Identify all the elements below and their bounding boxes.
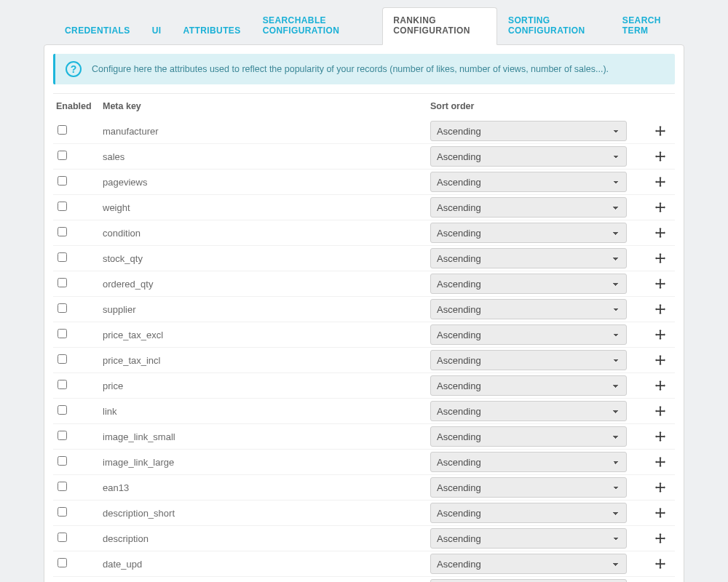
sort-order-select[interactable]: Ascending (430, 503, 627, 523)
sort-order-select[interactable]: Ascending (430, 375, 627, 396)
meta-key-label: description (103, 533, 430, 544)
drag-handle[interactable] (649, 508, 672, 518)
sort-order-select[interactable]: Ascending (430, 528, 627, 549)
drag-handle[interactable] (649, 482, 672, 493)
sort-order-select[interactable]: Ascending (430, 426, 627, 447)
sort-order-select[interactable]: Ascending (430, 350, 627, 370)
meta-key-label: ean13 (103, 482, 430, 493)
drag-handle[interactable] (649, 533, 672, 543)
enabled-checkbox[interactable] (58, 329, 67, 338)
tab-search-term[interactable]: SEARCH TERM (612, 7, 684, 44)
tab-credentials[interactable]: CREDENTIALS (54, 17, 141, 44)
drag-handle[interactable] (649, 355, 672, 365)
move-icon (655, 202, 665, 212)
meta-key-label: price (103, 380, 430, 391)
drag-handle[interactable] (649, 330, 672, 340)
move-icon (655, 279, 665, 289)
sort-order-select[interactable]: Ascending (430, 452, 627, 472)
table-row: ordered_qtyAscending (53, 271, 675, 296)
sort-order-select[interactable]: Ascending (430, 554, 627, 574)
enabled-checkbox[interactable] (58, 431, 67, 440)
table-row: description_shortAscending (53, 500, 675, 525)
drag-handle[interactable] (649, 177, 672, 187)
tab-ranking-configuration[interactable]: RANKING CONFIGURATION (382, 7, 497, 45)
table-row: supplierAscending (53, 296, 675, 322)
sort-order-select[interactable]: Ascending (430, 401, 627, 421)
drag-handle[interactable] (649, 151, 672, 162)
move-icon (655, 177, 665, 187)
col-meta-label: Meta key (103, 101, 430, 111)
drag-handle[interactable] (649, 406, 672, 416)
sort-order-select[interactable]: Ascending (430, 223, 627, 243)
enabled-checkbox[interactable] (58, 405, 67, 415)
enabled-checkbox[interactable] (58, 558, 67, 567)
info-text: Configure here the attributes used to re… (92, 64, 609, 74)
sort-order-select[interactable]: Ascending (430, 579, 627, 582)
table-row: image_link_smallAscending (53, 423, 675, 449)
move-icon (655, 431, 665, 442)
enabled-checkbox[interactable] (58, 380, 67, 389)
meta-key-label: weight (103, 202, 430, 213)
table-row: price_tax_exclAscending (53, 322, 675, 347)
sort-order-select[interactable]: Ascending (430, 197, 627, 218)
enabled-checkbox[interactable] (58, 227, 67, 236)
move-icon (655, 533, 665, 543)
meta-key-label: price_tax_excl (103, 330, 430, 340)
sort-order-select[interactable]: Ascending (430, 172, 627, 192)
sort-order-select[interactable]: Ascending (430, 274, 627, 294)
col-enabled-label: Enabled (56, 101, 103, 111)
meta-key-label: pageviews (103, 177, 430, 188)
sort-order-select[interactable]: Ascending (430, 324, 627, 345)
drag-handle[interactable] (649, 253, 672, 263)
sort-order-select[interactable]: Ascending (430, 299, 627, 319)
enabled-checkbox[interactable] (58, 125, 67, 135)
table-row: linkAscending (53, 398, 675, 423)
enabled-checkbox[interactable] (58, 482, 67, 491)
sort-order-select[interactable]: Ascending (430, 477, 627, 498)
tab-searchable-configuration[interactable]: SEARCHABLE CONFIGURATION (252, 7, 383, 44)
sort-order-select[interactable]: Ascending (430, 248, 627, 268)
table-row: descriptionAscending (53, 525, 675, 551)
enabled-checkbox[interactable] (58, 176, 67, 186)
drag-handle[interactable] (649, 279, 672, 289)
drag-handle[interactable] (649, 431, 672, 442)
enabled-checkbox[interactable] (58, 151, 67, 160)
move-icon (655, 126, 665, 136)
enabled-checkbox[interactable] (58, 202, 67, 211)
drag-handle[interactable] (649, 202, 672, 212)
meta-key-label: sales (103, 151, 430, 162)
enabled-checkbox[interactable] (58, 507, 67, 517)
enabled-checkbox[interactable] (58, 354, 67, 364)
enabled-checkbox[interactable] (58, 278, 67, 287)
tab-sorting-configuration[interactable]: SORTING CONFIGURATION (497, 7, 612, 44)
drag-handle[interactable] (649, 228, 672, 238)
move-icon (655, 253, 665, 263)
tab-attributes[interactable]: ATTRIBUTES (173, 17, 252, 44)
move-icon (655, 151, 665, 162)
drag-handle[interactable] (649, 304, 672, 314)
drag-handle[interactable] (649, 457, 672, 467)
table-row: salesAscending (53, 143, 675, 169)
meta-key-label: link (103, 406, 430, 417)
move-icon (655, 457, 665, 467)
drag-handle[interactable] (649, 380, 672, 391)
move-icon (655, 508, 665, 518)
enabled-checkbox[interactable] (58, 303, 67, 313)
tab-ui[interactable]: UI (141, 17, 173, 44)
enabled-checkbox[interactable] (58, 533, 67, 542)
table-row: conditionAscending (53, 220, 675, 245)
meta-key-label: date_upd (103, 559, 430, 570)
enabled-checkbox[interactable] (58, 456, 67, 466)
drag-handle[interactable] (649, 126, 672, 136)
sort-order-select[interactable]: Ascending (430, 121, 627, 141)
sort-order-select[interactable]: Ascending (430, 146, 627, 167)
move-icon (655, 228, 665, 238)
table-row: stock_qtyAscending (53, 245, 675, 271)
move-icon (655, 304, 665, 314)
meta-key-label: manufacturer (103, 126, 430, 137)
table-row: image_link_largeAscending (53, 449, 675, 474)
enabled-checkbox[interactable] (58, 252, 67, 262)
table-header: Enabled Meta key Sort order (53, 93, 675, 119)
ranking-panel: ? Configure here the attributes used to … (44, 44, 684, 582)
drag-handle[interactable] (649, 559, 672, 569)
